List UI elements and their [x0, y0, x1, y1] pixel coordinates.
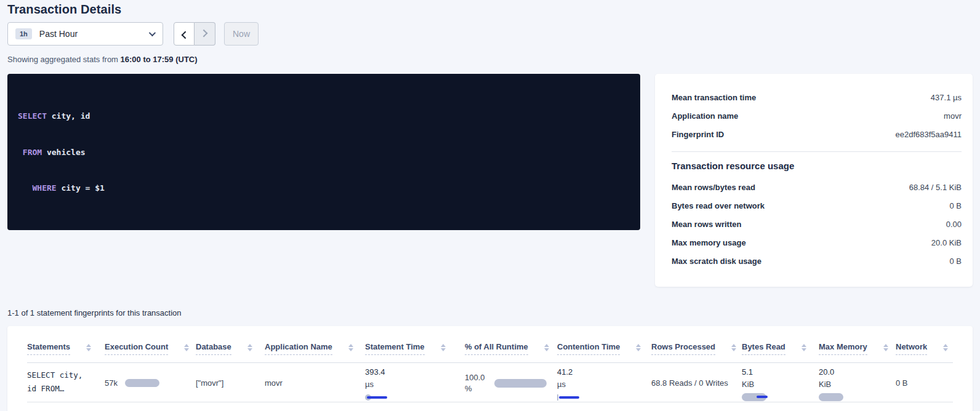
sort-icon[interactable]	[883, 344, 888, 351]
summary-row-mean-transaction-time: Mean transaction time 437.1 µs	[672, 89, 962, 107]
summary-row-application-name: Application name movr	[672, 107, 962, 126]
transaction-summary-card: Mean transaction time 437.1 µs Applicati…	[655, 74, 973, 287]
summary-divider	[672, 151, 962, 152]
aggregation-note-prefix: Showing aggregated stats from	[7, 55, 121, 64]
resource-row-bytes-read-over-network: Bytes read over network 0 B	[672, 197, 962, 215]
column-header-bytes-read[interactable]: Bytes Read	[742, 326, 819, 362]
column-header-rows-processed[interactable]: Rows Processed	[651, 326, 742, 362]
sort-icon[interactable]	[801, 344, 806, 351]
cell-statement: SELECT city,id FROM…	[27, 363, 105, 403]
sql-line: SELECT city, id	[18, 110, 630, 122]
cell-application-name: movr	[265, 363, 365, 403]
column-header-max-memory[interactable]: Max Memory	[819, 326, 896, 362]
column-header-execution-count[interactable]: Execution Count	[105, 326, 196, 362]
time-range-dropdown[interactable]: 1h Past Hour	[7, 22, 163, 46]
cell-bytes-read: 5.1 KiB	[742, 363, 819, 403]
time-range-badge: 1h	[15, 28, 32, 39]
column-header-statement-time[interactable]: Statement Time	[365, 326, 465, 362]
column-header-application-name[interactable]: Application Name	[265, 326, 365, 362]
sort-icon[interactable]	[441, 344, 446, 351]
sort-icon[interactable]	[943, 344, 948, 351]
runtime-percent-bar	[494, 379, 547, 388]
cell-network: 0 B	[896, 363, 953, 403]
sort-icon[interactable]	[184, 344, 189, 351]
resource-row-max-scratch-disk-usage: Max scratch disk usage 0 B	[672, 252, 962, 271]
cell-max-memory: 20.0 KiB	[819, 363, 896, 403]
column-header-database[interactable]: Database	[196, 326, 265, 362]
sql-line: FROM vehicles	[18, 146, 630, 159]
resource-row-mean-rows-bytes-read: Mean rows/bytes read 68.84 / 5.1 KiB	[672, 178, 962, 197]
statements-table-header: Statements Execution Count Database Appl…	[27, 326, 953, 363]
resource-usage-title: Transaction resource usage	[672, 161, 962, 171]
aggregation-note: Showing aggregated stats from 16:00 to 1…	[7, 55, 973, 64]
cell-execution-count: 57k	[105, 363, 196, 403]
chevron-right-icon	[200, 29, 208, 37]
cell-database: ["movr"]	[196, 363, 265, 403]
column-header-contention-time[interactable]: Contention Time	[557, 326, 651, 362]
sort-icon[interactable]	[86, 344, 91, 351]
contention-time-bar	[557, 394, 579, 401]
resource-row-max-memory-usage: Max memory usage 20.0 KiB	[672, 234, 962, 252]
statements-table: Statements Execution Count Database Appl…	[7, 326, 973, 411]
now-button[interactable]: Now	[224, 22, 259, 46]
main-content: SELECT city, id FROM vehicles WHERE city…	[7, 74, 973, 287]
time-pager	[174, 22, 215, 46]
chevron-down-icon	[149, 30, 156, 36]
sort-icon[interactable]	[247, 344, 252, 351]
sort-icon[interactable]	[348, 344, 353, 351]
sort-icon[interactable]	[636, 344, 641, 351]
cell-statement-time: 393.4 µs	[365, 363, 465, 403]
cell-rows-processed: 68.8 Reads / 0 Writes	[651, 363, 742, 403]
column-header-network[interactable]: Network	[896, 326, 953, 362]
bytes-read-bar	[742, 393, 766, 401]
resource-row-mean-rows-written: Mean rows written 0.00	[672, 215, 962, 234]
statements-count-caption: 1-1 of 1 statement fingerprints for this…	[7, 308, 973, 317]
statement-time-bar	[365, 394, 387, 401]
max-memory-bar	[819, 393, 843, 401]
next-range-button[interactable]	[195, 22, 215, 46]
cell-contention-time: 41.2 µs	[557, 363, 651, 403]
column-header-statements[interactable]: Statements	[27, 326, 105, 362]
transaction-details-page: Transaction Details 1h Past Hour Now Sho…	[0, 0, 980, 411]
summary-row-fingerprint-id: Fingerprint ID ee2df683f5aa9411	[672, 126, 962, 144]
sql-query-box: SELECT city, id FROM vehicles WHERE city…	[7, 74, 640, 230]
previous-range-button[interactable]	[174, 22, 195, 46]
statement-row: SELECT city,id FROM… 57k ["movr"] movr 3…	[27, 363, 953, 402]
aggregation-note-range: 16:00 to 17:59 (UTC)	[121, 55, 198, 64]
chevron-left-icon	[181, 31, 189, 39]
execution-count-bar	[125, 379, 159, 387]
column-header-percent-of-all-runtime[interactable]: % of All Runtime	[465, 326, 557, 362]
sort-icon[interactable]	[544, 344, 549, 351]
page-title: Transaction Details	[7, 0, 973, 17]
statement-link[interactable]: SELECT city,id FROM…	[27, 363, 105, 396]
sql-line: WHERE city = $1	[18, 182, 630, 194]
sort-icon[interactable]	[731, 344, 736, 351]
time-range-selected: Past Hour	[39, 29, 149, 39]
time-controls: 1h Past Hour Now	[7, 22, 973, 46]
cell-percent-of-all-runtime: 100.0%	[465, 363, 557, 403]
